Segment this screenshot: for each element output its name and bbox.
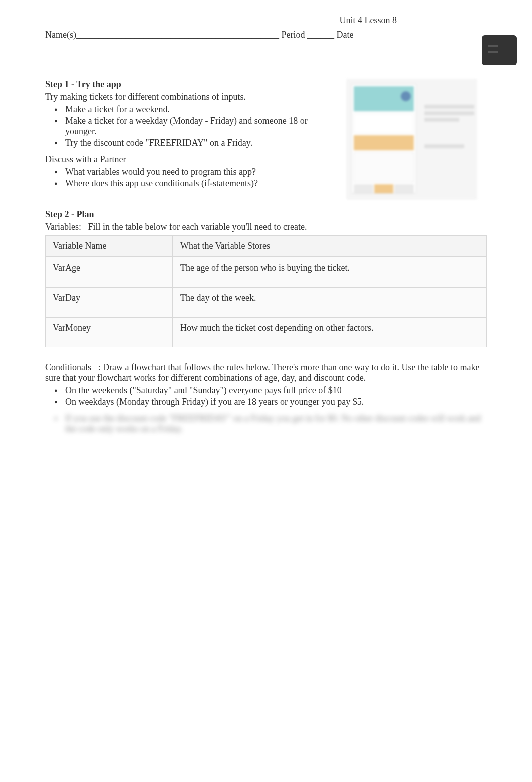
discuss-bullets: What variables would you need to program… <box>45 167 332 189</box>
conditionals-paragraph: Conditionals : Draw a flowchart that fol… <box>45 362 487 383</box>
name-label: Name(s)_________________________________… <box>45 30 279 40</box>
list-item: What variables would you need to program… <box>63 167 332 177</box>
step1-intro: Try making tickets for different combina… <box>45 92 332 102</box>
logo-icon <box>482 35 517 65</box>
period-label: Period ______ <box>279 30 334 40</box>
date-label: Date <box>334 30 353 40</box>
date-underline <box>45 44 130 54</box>
var-desc-cell: The age of the person who is buying the … <box>173 257 487 287</box>
step1-title: Step 1 - Try the app <box>45 79 332 90</box>
conditionals-label: Conditionals <box>45 362 91 372</box>
table-row: VarAge The age of the person who is buyi… <box>45 257 487 287</box>
blurred-content: If you use the discount code "FREEFRIDAY… <box>45 413 487 434</box>
var-desc-cell: How much the ticket cost depending on ot… <box>173 317 487 347</box>
name-period-date-line: Name(s)_________________________________… <box>45 30 487 40</box>
step1-bullets: Make a ticket for a weekend. Make a tick… <box>45 104 332 148</box>
conditionals-instr: : Draw a flowchart that follows the rule… <box>45 362 480 383</box>
variables-line: Variables: Fill in the table below for e… <box>45 222 487 232</box>
list-item: Where does this app use conditionals (if… <box>63 178 332 189</box>
table-head-name: Variable Name <box>45 235 173 257</box>
var-name-cell: VarMoney <box>45 317 173 347</box>
table-row: VarDay The day of the week. <box>45 287 487 317</box>
list-item: On weekdays (Monday through Friday) if y… <box>63 397 487 407</box>
list-item: Make a ticket for a weekend. <box>63 104 332 115</box>
list-item: If you use the discount code "FREEFRIDAY… <box>63 413 487 434</box>
list-item: Make a ticket for a weekday (Monday - Fr… <box>63 116 332 137</box>
step2-title: Step 2 - Plan <box>45 209 94 219</box>
discuss-title: Discuss with a Partner <box>45 154 332 165</box>
var-desc-cell: The day of the week. <box>173 287 487 317</box>
table-head-desc: What the Variable Stores <box>173 235 487 257</box>
variables-table: Variable Name What the Variable Stores V… <box>45 235 487 347</box>
variables-instr: Fill in the table below for each variabl… <box>88 222 307 232</box>
unit-header: Unit 4 Lesson 8 <box>45 15 397 26</box>
list-item: Try the discount code "FREEFRIDAY" on a … <box>63 138 332 148</box>
conditionals-bullets: On the weekends ("Saturday" and "Sunday"… <box>45 385 487 407</box>
app-screenshot-preview <box>347 79 477 199</box>
var-name-cell: VarDay <box>45 287 173 317</box>
var-name-cell: VarAge <box>45 257 173 287</box>
table-row: VarMoney How much the ticket cost depend… <box>45 317 487 347</box>
list-item: On the weekends ("Saturday" and "Sunday"… <box>63 385 487 396</box>
variables-label: Variables: <box>45 222 81 232</box>
